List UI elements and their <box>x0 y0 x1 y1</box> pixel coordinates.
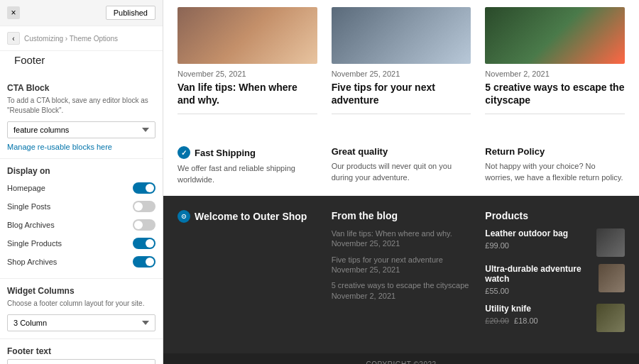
product-2-name: Ultra-durable adventure watch <box>485 264 599 284</box>
toggle-single-posts: Single Posts <box>7 197 155 216</box>
blog-post-2: November 25, 2021 Five tips for your nex… <box>332 7 471 121</box>
feature-2-desc: Our products will never quit on you duri… <box>332 161 471 183</box>
product-3-price-sale: £18.00 <box>514 316 538 325</box>
toggle-blog-archives-switch[interactable] <box>133 219 155 231</box>
cta-section-title: CTA Block <box>7 83 155 93</box>
footer-shop-title: ⊙ Welcome to Outer Shop <box>178 210 317 223</box>
footer-col-products: Products Leather outdoor bag £99.00 Ultr… <box>485 210 625 339</box>
feature-3-title: Return Policy <box>485 146 625 157</box>
feature-3: Return Policy Not happy with your choice… <box>485 146 625 185</box>
footer-blog-title: From the blog <box>332 210 471 221</box>
toggle-single-posts-label: Single Posts <box>7 202 50 211</box>
preview-area: November 25, 2021 Van life tips: When wh… <box>163 0 639 364</box>
post-3-date: November 2, 2021 <box>485 70 625 78</box>
post-3-image <box>485 7 625 64</box>
feature-3-desc: Not happy with your choice? No worries, … <box>485 161 625 183</box>
post-1-divider <box>178 114 317 114</box>
post-3-divider <box>485 114 625 114</box>
panel-title: Footer <box>7 54 155 70</box>
footer-text-input[interactable] <box>7 359 155 364</box>
toggle-homepage-switch[interactable] <box>133 182 155 194</box>
footer-product-1: Leather outdoor bag £99.00 <box>485 228 625 257</box>
cta-block-section: CTA Block To add a CTA block, save any e… <box>0 76 163 159</box>
toggle-homepage-label: Homepage <box>7 184 45 192</box>
panel-nav: ‹ Customizing › Theme Options <box>0 26 163 51</box>
back-button[interactable]: ‹ <box>7 32 20 45</box>
panel-header: × Published <box>0 0 163 26</box>
product-1-name: Leather outdoor bag <box>485 228 568 238</box>
footer-blog-item-1: Van life tips: When where and why. Novem… <box>332 228 471 249</box>
breadcrumb: Customizing › Theme Options <box>24 35 118 43</box>
toggle-homepage: Homepage <box>7 179 155 197</box>
footer-product-2: Ultra-durable adventure watch £55.00 <box>485 264 625 297</box>
product-1-thumb <box>596 228 625 257</box>
toggle-single-products-label: Single Products <box>7 239 62 248</box>
product-3-thumb <box>596 304 625 332</box>
toggle-single-posts-switch[interactable] <box>133 201 155 212</box>
footer-blog-item-2: Five tips for your next adventure Novemb… <box>332 255 471 275</box>
toggle-shop-archives: Shop Archives <box>7 253 155 271</box>
widget-columns-desc: Choose a footer column layout for your s… <box>7 299 155 309</box>
post-1-title: Van life tips: When where and why. <box>178 81 317 106</box>
feature-1: ✓ Fast Shipping We offer fast and reliab… <box>178 146 317 185</box>
features-section: ✓ Fast Shipping We offer fast and reliab… <box>163 136 639 196</box>
toggle-blog-archives-label: Blog Archives <box>7 221 55 229</box>
footer-logo-icon: ⊙ <box>178 210 190 223</box>
footer-text-section: Footer text <box>0 339 163 364</box>
feature-1-icon: ✓ <box>178 146 190 159</box>
manage-blocks-link[interactable]: Manage re-usable blocks here <box>7 143 155 151</box>
blog-post-3: November 2, 2021 5 creative ways to esca… <box>485 7 625 121</box>
customizer-panel: × Published ‹ Customizing › Theme Option… <box>0 0 163 364</box>
toggle-shop-archives-label: Shop Archives <box>7 258 57 266</box>
feature-2: Great quality Our products will never qu… <box>332 146 471 185</box>
close-button[interactable]: × <box>7 6 20 19</box>
published-button[interactable]: Published <box>106 6 155 20</box>
feature-1-title: ✓ Fast Shipping <box>178 146 317 159</box>
widget-columns-section: Widget Columns Choose a footer column la… <box>0 279 163 339</box>
product-3-price: £20.00 £18.00 <box>485 316 537 325</box>
product-1-info: Leather outdoor bag £99.00 <box>485 228 568 251</box>
footer-products-title: Products <box>485 210 625 221</box>
post-2-divider <box>332 114 471 114</box>
post-2-date: November 25, 2021 <box>332 70 471 78</box>
product-3-price-strike: £20.00 <box>485 316 509 325</box>
toggle-blog-archives: Blog Archives <box>7 216 155 234</box>
widget-columns-title: Widget Columns <box>7 286 155 296</box>
product-2-info: Ultra-durable adventure watch £55.00 <box>485 264 599 297</box>
toggle-single-products: Single Products <box>7 234 155 253</box>
feature-1-desc: We offer fast and reliable shipping worl… <box>178 163 317 185</box>
footer-blog-item-3: 5 creative ways to escape the cityscape … <box>332 280 471 301</box>
product-3-name: Utility knife <box>485 304 537 314</box>
toggle-single-products-switch[interactable] <box>133 238 155 249</box>
blog-posts-section: November 25, 2021 Van life tips: When wh… <box>163 0 639 136</box>
dark-footer: ⊙ Welcome to Outer Shop From the blog Va… <box>163 196 639 353</box>
product-2-thumb <box>599 264 625 292</box>
product-1-price: £99.00 <box>485 241 509 250</box>
display-on-section: Display on Homepage Single Posts Blog Ar… <box>0 159 163 279</box>
toggle-shop-archives-switch[interactable] <box>133 256 155 268</box>
footer-product-3: Utility knife £20.00 £18.00 <box>485 304 625 332</box>
feature-2-title: Great quality <box>332 146 471 157</box>
footer-col-shop: ⊙ Welcome to Outer Shop <box>178 210 317 339</box>
footer-col-blog: From the blog Van life tips: When where … <box>332 210 471 339</box>
blog-post-1: November 25, 2021 Van life tips: When wh… <box>178 7 317 121</box>
post-3-title: 5 creative ways to escape the cityscape <box>485 81 625 106</box>
columns-dropdown[interactable]: 3 Column <box>7 314 155 331</box>
cta-section-desc: To add a CTA block, save any editor bloc… <box>7 96 155 116</box>
post-2-image <box>332 7 471 64</box>
blog-posts-grid: November 25, 2021 Van life tips: When wh… <box>178 7 625 121</box>
product-2-price: £55.00 <box>485 287 509 295</box>
footer-copyright: COPYRIGHT ©2022 <box>163 353 639 364</box>
cta-dropdown[interactable]: feature columns <box>7 121 155 138</box>
post-2-title: Five tips for your next adventure <box>332 81 471 106</box>
post-1-image <box>178 7 317 64</box>
display-on-title: Display on <box>7 166 155 176</box>
product-3-info: Utility knife £20.00 £18.00 <box>485 304 537 326</box>
post-1-date: November 25, 2021 <box>178 70 317 78</box>
footer-text-title: Footer text <box>7 346 155 356</box>
